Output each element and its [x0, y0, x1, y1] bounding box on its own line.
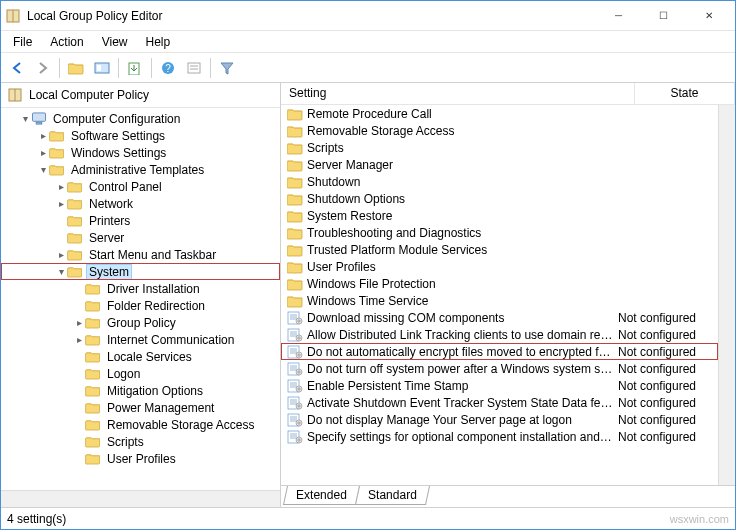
tree-root-label: Local Computer Policy: [29, 88, 149, 102]
toolbar-help-button[interactable]: ?: [156, 56, 180, 80]
svg-rect-13: [188, 63, 200, 73]
tree-item[interactable]: ▸Control Panel: [1, 178, 280, 195]
tree-root-row[interactable]: Local Computer Policy: [1, 83, 280, 108]
expand-icon[interactable]: ▸: [55, 249, 67, 260]
forward-button[interactable]: [31, 56, 55, 80]
toolbar-folder-button[interactable]: [64, 56, 88, 80]
tree-item[interactable]: User Profiles: [1, 450, 280, 467]
tree-item[interactable]: Mitigation Options: [1, 382, 280, 399]
list-item[interactable]: Download missing COM componentsNot confi…: [281, 309, 718, 326]
list-item-label: Removable Storage Access: [307, 124, 618, 138]
tree-item[interactable]: Power Management: [1, 399, 280, 416]
expand-icon[interactable]: ▸: [73, 317, 85, 328]
tab-standard[interactable]: Standard: [355, 486, 430, 505]
tree-item-label: Printers: [87, 214, 132, 228]
tree-item-label: System: [87, 265, 131, 279]
tree-item[interactable]: Scripts: [1, 433, 280, 450]
tree-item[interactable]: ▾Computer Configuration: [1, 110, 280, 127]
list-item-state: Not configured: [618, 311, 718, 325]
list-item[interactable]: Specify settings for optional component …: [281, 428, 718, 445]
expand-icon[interactable]: ▸: [55, 198, 67, 209]
folder-icon: [287, 192, 303, 206]
expand-icon[interactable]: ▸: [37, 147, 49, 158]
folder-icon: [85, 435, 101, 448]
tree-item[interactable]: Printers: [1, 212, 280, 229]
tree-item[interactable]: ▸Software Settings: [1, 127, 280, 144]
expand-icon[interactable]: ▸: [37, 130, 49, 141]
list-item-label: Windows Time Service: [307, 294, 618, 308]
expand-icon[interactable]: ▾: [19, 113, 31, 124]
app-icon: [5, 8, 21, 24]
list-item[interactable]: Shutdown: [281, 173, 718, 190]
list-item[interactable]: Windows File Protection: [281, 275, 718, 292]
list-item-label: Do not display Manage Your Server page a…: [307, 413, 618, 427]
list-item-state: Not configured: [618, 413, 718, 427]
col-state[interactable]: State: [635, 83, 735, 104]
tree-item[interactable]: ▸Start Menu and Taskbar: [1, 246, 280, 263]
menu-help[interactable]: Help: [138, 33, 179, 51]
list-item-label: Scripts: [307, 141, 618, 155]
list-item[interactable]: Do not display Manage Your Server page a…: [281, 411, 718, 428]
list-item-label: Do not automatically encrypt files moved…: [307, 345, 618, 359]
watermark: wsxwin.com: [670, 513, 729, 525]
list-item[interactable]: Activate Shutdown Event Tracker System S…: [281, 394, 718, 411]
toolbar-filter-button[interactable]: [215, 56, 239, 80]
list-item[interactable]: Remote Procedure Call: [281, 105, 718, 122]
list-item[interactable]: Troubleshooting and Diagnostics: [281, 224, 718, 241]
menu-file[interactable]: File: [5, 33, 40, 51]
tree-item-label: Internet Communication: [105, 333, 236, 347]
toolbar-options-button[interactable]: [90, 56, 114, 80]
list-item[interactable]: Enable Persistent Time StampNot configur…: [281, 377, 718, 394]
list-item[interactable]: Allow Distributed Link Tracking clients …: [281, 326, 718, 343]
tree-item[interactable]: Locale Services: [1, 348, 280, 365]
toolbar-export-button[interactable]: [123, 56, 147, 80]
tree-item[interactable]: Removable Storage Access: [1, 416, 280, 433]
menu-view[interactable]: View: [94, 33, 136, 51]
minimize-button[interactable]: ─: [596, 1, 641, 30]
tree-item[interactable]: Logon: [1, 365, 280, 382]
expand-icon[interactable]: ▾: [37, 164, 49, 175]
list-item[interactable]: Do not automatically encrypt files moved…: [281, 343, 718, 360]
maximize-button[interactable]: ☐: [641, 1, 686, 30]
expand-icon[interactable]: ▾: [55, 266, 67, 277]
tree-item[interactable]: ▸Windows Settings: [1, 144, 280, 161]
titlebar[interactable]: Local Group Policy Editor ─ ☐ ✕: [1, 1, 735, 31]
tree-item[interactable]: Folder Redirection: [1, 297, 280, 314]
list-item[interactable]: Windows Time Service: [281, 292, 718, 309]
expand-icon[interactable]: ▸: [73, 334, 85, 345]
list-item[interactable]: Scripts: [281, 139, 718, 156]
policy-icon: [287, 396, 303, 410]
policy-icon: [287, 328, 303, 342]
tree-item[interactable]: ▸Network: [1, 195, 280, 212]
folder-icon: [287, 243, 303, 257]
menu-action[interactable]: Action: [42, 33, 91, 51]
tree-item[interactable]: Server: [1, 229, 280, 246]
tree-item[interactable]: ▾Administrative Templates: [1, 161, 280, 178]
close-button[interactable]: ✕: [686, 1, 731, 30]
list-item[interactable]: Do not turn off system power after a Win…: [281, 360, 718, 377]
tab-extended[interactable]: Extended: [283, 486, 360, 505]
statusbar: 4 setting(s) wsxwin.com: [1, 507, 735, 529]
list-item[interactable]: System Restore: [281, 207, 718, 224]
toolbar-properties-button[interactable]: [182, 56, 206, 80]
folder-icon: [287, 124, 303, 138]
tree-item[interactable]: Driver Installation: [1, 280, 280, 297]
tree-item[interactable]: ▾System: [1, 263, 280, 280]
tree-item[interactable]: ▸Group Policy: [1, 314, 280, 331]
list-item[interactable]: User Profiles: [281, 258, 718, 275]
tree-item-label: Group Policy: [105, 316, 178, 330]
list-item[interactable]: Removable Storage Access: [281, 122, 718, 139]
settings-list[interactable]: Remote Procedure CallRemovable Storage A…: [281, 105, 718, 485]
list-item[interactable]: Server Manager: [281, 156, 718, 173]
expand-icon[interactable]: ▸: [55, 181, 67, 192]
back-button[interactable]: [5, 56, 29, 80]
list-scrollbar-v[interactable]: [718, 105, 735, 485]
tree-view[interactable]: ▾Computer Configuration▸Software Setting…: [1, 108, 280, 490]
folder-icon: [85, 418, 101, 431]
col-setting[interactable]: Setting: [281, 83, 635, 104]
tree-item-label: Folder Redirection: [105, 299, 207, 313]
tree-scrollbar-h[interactable]: [1, 490, 280, 507]
tree-item[interactable]: ▸Internet Communication: [1, 331, 280, 348]
list-item[interactable]: Trusted Platform Module Services: [281, 241, 718, 258]
list-item[interactable]: Shutdown Options: [281, 190, 718, 207]
